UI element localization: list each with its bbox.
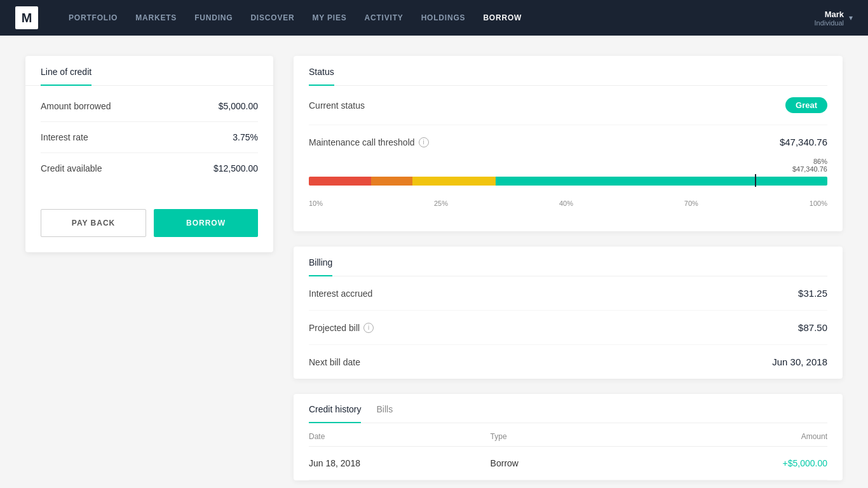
nav-item-mypies[interactable]: MY PIES [312,11,346,25]
next-bill-date-label: Next bill date [309,357,360,367]
th-amount: Amount [672,432,827,441]
tab-billing[interactable]: Billing [309,257,332,276]
amount-borrowed-value: $5,000.00 [219,101,258,111]
credit-available-label: Credit available [41,163,102,173]
chevron-down-icon: ▾ [849,13,853,22]
bar-annotation-value: $47,340.76 [792,165,827,173]
user-type: Individual [815,19,844,27]
amount-borrowed-row: Amount borrowed $5,000.00 [41,91,258,122]
nav-item-activity[interactable]: ACTIVITY [365,11,403,25]
next-bill-date-row: Next bill date Jun 30, 2018 [309,345,827,379]
card-body: Amount borrowed $5,000.00 Interest rate … [25,86,273,199]
nav-item-holdings[interactable]: HOLDINGS [421,11,466,25]
interest-accrued-value: $31.25 [798,288,827,299]
bar-segment-caution [412,177,496,186]
tab-status[interactable]: Status [309,67,334,86]
navigation: M PORTFOLIO MARKETS FUNDING DISCOVER MY … [0,0,868,36]
bar-segment-warning [371,177,412,186]
status-section: Status Current status Great Maintenance … [294,56,843,231]
bar-label-70: 70% [684,200,698,207]
logo: M [15,6,38,29]
projected-bill-row: Projected bill i $87.50 [309,311,827,345]
th-date: Date [309,432,491,441]
bar-segment-danger [309,177,371,186]
th-type: Type [491,432,672,441]
nav-item-markets[interactable]: MARKETS [135,11,177,25]
threshold-bar-container: 86% $47,340.76 10% [309,152,827,220]
bar-label-40: 40% [559,200,573,207]
projected-bill-value: $87.50 [798,322,827,333]
line-of-credit-card: Line of credit Amount borrowed $5,000.00… [25,56,273,252]
user-name: Mark [815,10,844,19]
status-badge: Great [785,97,827,113]
table-row: Jun 18, 2018 Borrow +$5,000.00 [309,447,827,480]
nav-item-discover[interactable]: DISCOVER [250,11,294,25]
interest-accrued-label: Interest accrued [309,288,372,299]
next-bill-date-value: Jun 30, 2018 [772,356,827,367]
projected-bill-info-icon[interactable]: i [363,323,374,333]
nav-item-funding[interactable]: FUNDING [194,11,233,25]
credit-available-value: $12,500.00 [214,163,258,173]
maintenance-value: $47,340.76 [780,137,827,147]
td-type: Borrow [491,458,672,468]
current-status-row: Current status Great [309,86,827,125]
credit-available-row: Credit available $12,500.00 [41,153,258,184]
card-tab-header: Line of credit [25,56,273,86]
bar-annotation-percent: 86% [792,158,827,165]
maintenance-info-icon[interactable]: i [419,137,429,147]
tab-line-of-credit[interactable]: Line of credit [41,67,92,86]
billing-tab-header: Billing [309,247,827,276]
credit-history-section: Credit history Bills Date Type Amount Ju… [294,394,843,480]
td-date: Jun 18, 2018 [309,458,491,468]
maintenance-label: Maintenance call threshold i [309,137,429,147]
nav-items: PORTFOLIO MARKETS FUNDING DISCOVER MY PI… [69,11,794,25]
tab-bills[interactable]: Bills [376,404,393,423]
card-actions: PAY BACK BORROW [25,199,273,252]
bar-marker [755,174,756,187]
bar-label-25: 25% [434,200,448,207]
right-panel: Status Current status Great Maintenance … [294,56,843,488]
interest-rate-value: 3.75% [233,132,258,142]
progress-bar [309,175,827,187]
tab-credit-history[interactable]: Credit history [309,404,361,423]
credit-history-tabs: Credit history Bills [309,394,827,423]
bar-labels: 10% 25% 40% 70% 100% [309,200,827,207]
pay-back-button[interactable]: PAY BACK [41,209,146,237]
amount-borrowed-label: Amount borrowed [41,101,111,111]
interest-rate-label: Interest rate [41,132,88,142]
bar-label-100: 100% [810,200,827,207]
nav-item-borrow[interactable]: BORROW [483,11,522,25]
current-status-label: Current status [309,100,365,111]
status-tab-header: Status [309,56,827,86]
main-content: Line of credit Amount borrowed $5,000.00… [0,36,868,488]
bar-label-10: 10% [309,200,323,207]
nav-item-portfolio[interactable]: PORTFOLIO [69,11,118,25]
credit-history-table-header: Date Type Amount [309,423,827,447]
projected-bill-label: Projected bill i [309,323,374,333]
td-amount: +$5,000.00 [672,458,827,468]
maintenance-threshold-row: Maintenance call threshold i $47,340.76 … [309,125,827,231]
interest-accrued-row: Interest accrued $31.25 [309,276,827,311]
bar-segment-good [496,177,827,186]
interest-rate-row: Interest rate 3.75% [41,122,258,153]
billing-section: Billing Interest accrued $31.25 Projecte… [294,247,843,379]
borrow-button[interactable]: BORROW [154,209,258,237]
user-menu[interactable]: Mark Individual ▾ [815,10,853,27]
